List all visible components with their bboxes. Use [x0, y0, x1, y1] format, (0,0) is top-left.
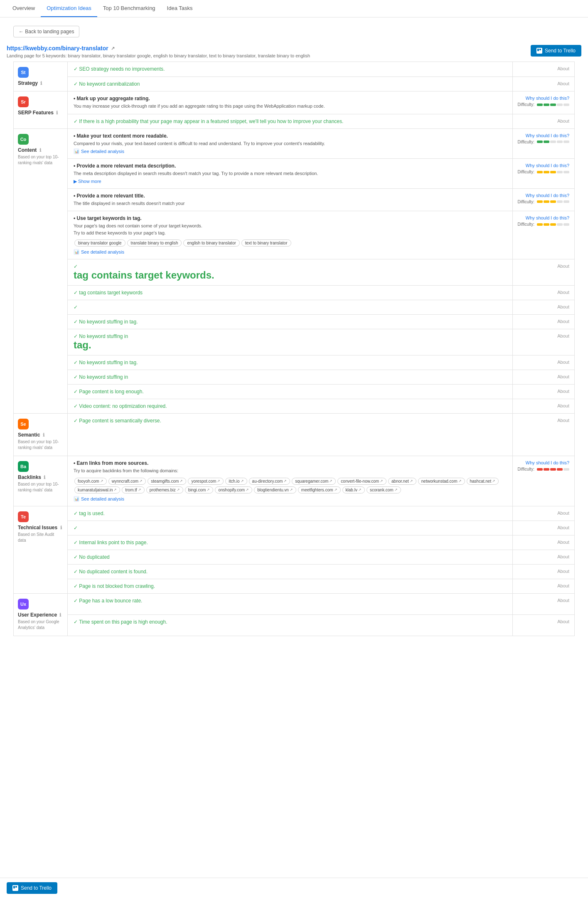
why-link[interactable]: Why should I do this? [518, 163, 569, 168]
domain-tag[interactable]: squaregamer.com ↗ [292, 478, 336, 485]
domain-tag[interactable]: fooyoh.com ↗ [74, 478, 107, 485]
external-icon: ↗ [207, 488, 210, 492]
see-analysis-link[interactable]: 📊See detailed analysis [74, 496, 124, 502]
about-text[interactable]: About [557, 511, 569, 516]
table-row: Ux User Experience ℹ Based on your Googl… [14, 593, 575, 614]
about-text[interactable]: About [557, 264, 569, 269]
why-link[interactable]: Why should I do this? [518, 96, 569, 101]
about-text[interactable]: About [557, 569, 569, 574]
about-text[interactable]: About [557, 403, 569, 408]
domain-tag[interactable]: blogtiendientu.vn ↗ [254, 486, 296, 493]
table-row: ✓ No duplicated tags found.</span></div>… [14, 550, 575, 564]
domain-tag[interactable]: kumaratuljaiswal.in ↗ [74, 486, 120, 493]
content-cell: ✓ tag is used.</span></div> [68, 521, 513, 535]
domain-tag[interactable]: klab.lv ↗ [342, 486, 365, 493]
back-button[interactable]: ← Back to landing pages [13, 26, 79, 37]
nav-benchmarking[interactable]: Top 10 Benchmarking [97, 0, 161, 17]
section-subtitle: Based on your top 10-ranking rivals' dat… [18, 154, 63, 166]
about-text[interactable]: About [557, 554, 569, 559]
info-icon[interactable]: ℹ [59, 612, 61, 617]
info-icon[interactable]: ℹ [60, 525, 62, 530]
table-row: ✓ No keyword stuffing in tag.About [14, 355, 575, 370]
domain-tag[interactable]: meetfighters.com ↗ [298, 486, 341, 493]
domain-tag[interactable]: convert-file-now.com ↗ [337, 478, 386, 485]
why-link[interactable]: Why should I do this? [518, 133, 569, 138]
about-text[interactable]: About [557, 290, 569, 295]
right-cell: Why should I do this? Difficulty: [512, 159, 574, 189]
external-icon: ↗ [180, 479, 183, 483]
why-link[interactable]: Why should I do this? [518, 193, 569, 198]
section-badge: Te [18, 511, 29, 522]
section-title: Technical Issues ℹ [18, 525, 63, 530]
info-icon[interactable]: ℹ [43, 432, 44, 437]
send-to-trello-button[interactable]: Send to Trello [531, 45, 581, 57]
about-text[interactable]: About [557, 525, 569, 530]
about-text[interactable]: About [557, 333, 569, 338]
why-link[interactable]: Why should I do this? [518, 460, 569, 465]
why-link[interactable]: Why should I do this? [518, 215, 569, 220]
about-text[interactable]: About [557, 319, 569, 324]
domain-tag[interactable]: scorank.com ↗ [367, 486, 401, 493]
domain-tag[interactable]: yorespot.com ↗ [188, 478, 224, 485]
external-icon: ↗ [329, 479, 332, 483]
content-cell: • Make your text content more readable. … [68, 128, 513, 159]
check-item: ✓ Internal links point to this page. [74, 540, 507, 545]
info-icon[interactable]: ℹ [56, 110, 58, 115]
difficulty-row: Difficulty: [518, 170, 569, 174]
see-analysis-link[interactable]: 📊See detailed analysis [74, 148, 124, 154]
about-text[interactable]: About [557, 81, 569, 86]
about-text[interactable]: About [557, 118, 569, 123]
right-cell: About [512, 315, 574, 329]
right-cell: Why should I do this? Difficulty: [512, 188, 574, 211]
about-text[interactable]: About [557, 304, 569, 309]
domain-tag[interactable]: trom.tf ↗ [122, 486, 144, 493]
about-text[interactable]: About [557, 619, 569, 624]
info-icon[interactable]: ℹ [44, 475, 45, 480]
check-item: ✓ tag contains target keywords.</span></… [74, 304, 507, 310]
external-link-icon[interactable]: ↗ [111, 46, 115, 51]
info-icon[interactable]: ℹ [39, 148, 41, 153]
domain-tag[interactable]: itch.io ↗ [225, 478, 247, 485]
about-text[interactable]: About [557, 66, 569, 71]
domain-tag[interactable]: wynncraft.com ↗ [108, 478, 146, 485]
domain-tag[interactable]: bingi.com ↗ [185, 486, 214, 493]
about-text[interactable]: About [557, 389, 569, 394]
see-analysis-link[interactable]: 📊See detailed analysis [74, 249, 124, 255]
domain-tag[interactable]: networkunstad.com ↗ [418, 478, 465, 485]
domain-tag[interactable]: onshopify.com ↗ [215, 486, 252, 493]
table-row: ✓ Page content is long enough.About [14, 385, 575, 399]
show-more-link[interactable]: ▶ Show more [74, 179, 507, 184]
about-text[interactable]: About [557, 540, 569, 545]
domain-tag[interactable]: steamgifts.com ↗ [148, 478, 186, 485]
right-cell: About [512, 614, 574, 636]
about-text[interactable]: About [557, 418, 569, 423]
section-title: User Experience ℹ [18, 612, 63, 618]
section-title: SERP Features ℹ [18, 110, 63, 116]
optimization-table: St Strategy ℹ ✓ SEO strategy needs no im… [13, 62, 575, 636]
info-icon[interactable]: ℹ [40, 81, 42, 86]
nav-idea-tasks[interactable]: Idea Tasks [161, 0, 199, 17]
external-icon: ↗ [138, 488, 141, 492]
svg-rect-0 [537, 49, 539, 51]
nav-overview[interactable]: Overview [7, 0, 41, 17]
table-row: ✓ tag contains target keywordsAbout [14, 286, 575, 300]
section-subtitle: Based on your top 10-ranking rivals' dat… [18, 439, 63, 451]
domain-tag[interactable]: prothemes.biz ↗ [146, 486, 183, 493]
nav-optimization[interactable]: Optimization Ideas [41, 0, 97, 17]
external-icon: ↗ [217, 479, 220, 483]
check-item: ✓ If there is a high probability that yo… [74, 118, 507, 124]
bullet-item: • Mark up your aggregate rating. You may… [74, 96, 507, 110]
table-row: Te Technical Issues ℹ Based on Site Audi… [14, 506, 575, 521]
about-text[interactable]: About [557, 583, 569, 588]
check-item: ✓ SEO strategy needs no improvements. [74, 66, 507, 72]
about-text[interactable]: About [557, 374, 569, 379]
about-text[interactable]: About [557, 598, 569, 603]
right-cell: About [512, 259, 574, 286]
svg-rect-1 [539, 49, 541, 50]
bullet-item: • Earn links from more sources. Try to a… [74, 460, 507, 502]
domain-tag[interactable]: au-directory.com ↗ [249, 478, 290, 485]
domain-tag[interactable]: abnor.net ↗ [388, 478, 416, 485]
about-text[interactable]: About [557, 360, 569, 365]
right-cell: Why should I do this? Difficulty: [512, 128, 574, 159]
domain-tag[interactable]: hashcat.net ↗ [467, 478, 499, 485]
